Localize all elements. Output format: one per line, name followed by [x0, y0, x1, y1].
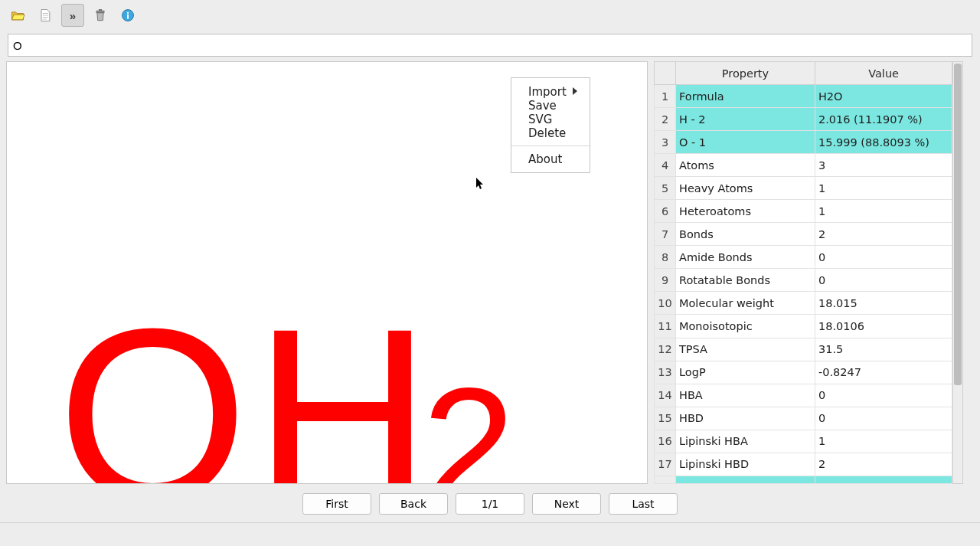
property-cell: Lipinski HBD	[675, 453, 815, 476]
open-button[interactable]	[6, 4, 29, 27]
row-number	[655, 476, 676, 483]
last-button[interactable]: Last	[609, 493, 678, 515]
property-cell: Atoms	[675, 154, 815, 177]
value-cell: 1	[815, 200, 952, 223]
table-row[interactable]: 7Bonds2	[655, 223, 952, 246]
svg-point-3	[127, 12, 129, 14]
row-number: 15	[655, 407, 676, 430]
table-header-property[interactable]: Property	[675, 62, 815, 85]
delete-button[interactable]	[89, 4, 112, 27]
value-cell: 0	[815, 246, 952, 269]
property-cell: O - 1	[675, 131, 815, 154]
table-row[interactable]: 13LogP-0.8247	[655, 361, 952, 384]
table-row[interactable]: 17Lipinski HBD2	[655, 453, 952, 476]
properties-table: Property Value 1FormulaH2O2H - 22.016 (1…	[654, 61, 952, 484]
table-row[interactable]: 9Rotatable Bonds0	[655, 269, 952, 292]
value-cell: 18.015	[815, 292, 952, 315]
row-number: 14	[655, 384, 676, 407]
statusbar	[0, 522, 980, 539]
expand-button[interactable]: »	[61, 4, 84, 27]
menu-separator	[511, 145, 590, 146]
value-cell: 3	[815, 154, 952, 177]
property-cell: Molecular weight	[675, 292, 815, 315]
value-cell: 1	[815, 430, 952, 453]
value-cell: 2	[815, 453, 952, 476]
row-number: 4	[655, 154, 676, 177]
molecule-text-main: OH	[57, 277, 437, 484]
row-number: 9	[655, 269, 676, 292]
table-header-rownum[interactable]	[655, 62, 676, 85]
molecule-label: OH2	[57, 292, 521, 484]
table-row[interactable]	[655, 476, 952, 483]
table-row[interactable]: 6Heteroatoms1	[655, 200, 952, 223]
row-number: 8	[655, 246, 676, 269]
new-page-button[interactable]	[34, 4, 57, 27]
value-cell: 1	[815, 177, 952, 200]
mouse-cursor-icon	[475, 177, 485, 191]
first-button[interactable]: First	[302, 493, 371, 515]
property-cell: Amide Bonds	[675, 246, 815, 269]
row-number: 1	[655, 85, 676, 108]
menu-item-save-svg[interactable]: Save SVG	[511, 102, 590, 123]
property-cell: Monoisotopic	[675, 315, 815, 338]
property-cell: Rotatable Bonds	[675, 269, 815, 292]
properties-pane: Property Value 1FormulaH2O2H - 22.016 (1…	[654, 61, 963, 484]
properties-scrollbar[interactable]	[952, 61, 963, 484]
value-cell: 0	[815, 269, 952, 292]
property-cell: TPSA	[675, 338, 815, 361]
value-cell: 2.016 (11.1907 %)	[815, 108, 952, 131]
next-button[interactable]: Next	[532, 493, 601, 515]
trash-icon	[93, 8, 108, 23]
page-icon	[38, 8, 53, 23]
row-number: 10	[655, 292, 676, 315]
row-number: 2	[655, 108, 676, 131]
chevrons-icon: »	[70, 9, 76, 22]
property-cell: H - 2	[675, 108, 815, 131]
table-row[interactable]: 2H - 22.016 (11.1907 %)	[655, 108, 952, 131]
molecule-text-sub: 2	[422, 353, 521, 484]
page-indicator[interactable]	[456, 493, 524, 515]
table-row[interactable]: 14HBA0	[655, 384, 952, 407]
value-cell: -0.8247	[815, 361, 952, 384]
table-row[interactable]: 5Heavy Atoms1	[655, 177, 952, 200]
svg-rect-1	[99, 10, 101, 11]
value-cell: 18.0106	[815, 315, 952, 338]
row-number: 12	[655, 338, 676, 361]
table-row[interactable]: 16Lipinski HBA1	[655, 430, 952, 453]
table-row[interactable]: 4Atoms3	[655, 154, 952, 177]
table-row[interactable]: 3O - 115.999 (88.8093 %)	[655, 131, 952, 154]
about-button[interactable]	[116, 4, 139, 27]
table-row[interactable]: 12TPSA31.5	[655, 338, 952, 361]
toolbar: »	[0, 0, 980, 31]
property-cell: Heavy Atoms	[675, 177, 815, 200]
table-header-row: Property Value	[655, 62, 952, 85]
smiles-input[interactable]	[8, 34, 972, 57]
back-button[interactable]: Back	[379, 493, 448, 515]
menu-item-label: Save SVG	[528, 99, 579, 126]
property-cell: Bonds	[675, 223, 815, 246]
property-cell	[675, 476, 815, 483]
row-number: 16	[655, 430, 676, 453]
table-header-value[interactable]: Value	[815, 62, 952, 85]
context-menu: ImportSave SVGDelete About	[511, 77, 590, 173]
svg-rect-4	[127, 15, 129, 19]
row-number: 7	[655, 223, 676, 246]
property-cell: Heteroatoms	[675, 200, 815, 223]
open-icon	[10, 8, 25, 23]
value-cell	[815, 476, 952, 483]
table-row[interactable]: 1FormulaH2O	[655, 85, 952, 108]
row-number: 13	[655, 361, 676, 384]
value-cell: 0	[815, 384, 952, 407]
value-cell: H2O	[815, 85, 952, 108]
molecule-canvas[interactable]: OH2 ImportSave SVGDelete About	[6, 61, 648, 484]
menu-item-about[interactable]: About	[511, 149, 590, 169]
value-cell: 31.5	[815, 338, 952, 361]
table-row[interactable]: 10Molecular weight18.015	[655, 292, 952, 315]
table-row[interactable]: 8Amide Bonds0	[655, 246, 952, 269]
property-cell: HBD	[675, 407, 815, 430]
value-cell: 2	[815, 223, 952, 246]
table-row[interactable]: 11Monoisotopic18.0106	[655, 315, 952, 338]
scrollbar-thumb[interactable]	[954, 64, 962, 385]
info-icon	[120, 8, 136, 23]
table-row[interactable]: 15HBD0	[655, 407, 952, 430]
